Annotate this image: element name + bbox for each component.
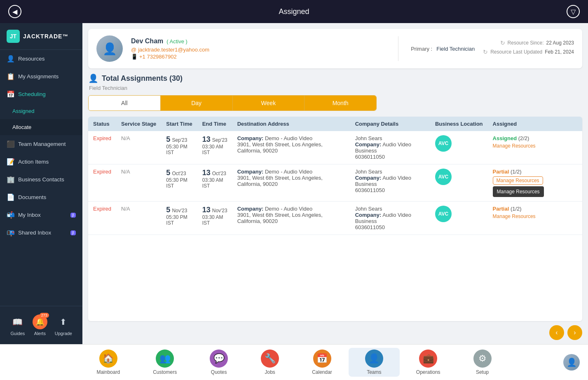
company-label: Company: [355, 141, 382, 148]
upgrade-icon: ⬆ [56, 314, 71, 329]
prev-page-button[interactable]: ‹ [549, 325, 564, 340]
nav-mainboard-label: Mainboard [96, 369, 120, 375]
end-date-big: 13 Oct'23 [202, 169, 227, 177]
nav-mainboard[interactable]: 🏠 Mainboard [80, 348, 136, 377]
sidebar-item-assigned[interactable]: Assigned [0, 103, 82, 119]
nav-teams[interactable]: 👤 Teams [349, 348, 400, 377]
company-label-row: Company: Audio Video Business [355, 141, 425, 154]
dest-company-name: Demo - Audio Video [265, 169, 312, 175]
sidebar-item-allocate[interactable]: Allocate [0, 119, 82, 135]
assigned-status-label: Partial [493, 206, 509, 212]
nav-setup[interactable]: ⚙ Setup [457, 348, 508, 377]
filter-tab-day[interactable]: Day [161, 96, 233, 110]
logo-text: JACKTRADE™ [23, 33, 68, 40]
assignments-section: 👤 Total Assignments (30) Field Technicia… [82, 68, 588, 117]
back-button[interactable]: ◀ [8, 5, 21, 18]
avatar-image: 👤 [96, 35, 123, 62]
resource-updated-row: ↻ Resource Last Updated Feb 21, 2024 [483, 49, 574, 55]
sidebar-item-label: Team Management [18, 141, 66, 147]
assignments-person-icon: 👤 [88, 73, 98, 83]
guides-icon: 📖 [10, 314, 25, 329]
company-details-cell: John Sears Company: Audio Video Business… [350, 202, 430, 235]
sidebar-item-label: Resources [18, 56, 45, 62]
company-name: John Sears [355, 169, 425, 175]
company-phone: 6036011050 [355, 187, 425, 193]
dest-company-name: Demo - Audio Video [265, 206, 312, 212]
nav-jobs-label: Jobs [265, 369, 275, 375]
sidebar-logo: JT JACKTRADE™ [0, 23, 82, 50]
sidebar-item-label: Scheduling [18, 91, 46, 97]
alerts-button[interactable]: 🔔 273 Alerts [33, 314, 47, 336]
profile-phone: 📱 +1 7329867902 [131, 54, 386, 60]
action-items-icon: 📝 [7, 158, 14, 166]
end-tz: IST [202, 220, 227, 226]
sidebar-item-documents[interactable]: 📄 Documents [0, 188, 82, 206]
nav-operations[interactable]: 💼 Operations [400, 348, 457, 377]
status-expired: Expired [93, 206, 111, 212]
company-details-cell: John Sears Company: Audio Video Business… [350, 164, 430, 202]
refresh-icon2: ↻ [483, 49, 488, 55]
back-icon: ◀ [12, 8, 17, 16]
sidebar-item-team-management[interactable]: ⬛ Team Management [0, 135, 82, 153]
nav-customers[interactable]: 👥 Customers [136, 348, 193, 377]
sidebar-item-resources[interactable]: 👤 Resources [0, 50, 82, 68]
filter-tab-month[interactable]: Month [305, 96, 376, 110]
company-phone: 6036011050 [355, 154, 425, 160]
start-time-cell: 5 Oct'23 05:30 PM IST [161, 164, 197, 202]
end-time-value: 03:30 AM [202, 144, 227, 150]
profile-divider [398, 36, 398, 61]
end-date-big: 13 Sep'23 [202, 135, 227, 144]
col-destination: Destination Address [232, 117, 350, 131]
sidebar-item-my-assignments[interactable]: 📋 My Assignments [0, 68, 82, 85]
end-day: 13 [202, 206, 211, 214]
profile-name-row: Dev Cham ( Active ) [131, 38, 386, 45]
setup-icon: ⚙ [473, 350, 492, 368]
filter-tab-week[interactable]: Week [233, 96, 305, 110]
manage-resources-outlined-button[interactable]: Manage Resources [493, 176, 543, 185]
business-location-cell: AVC [430, 202, 488, 235]
dest-address: 3901, West 6th Street, Los Angeles, Cali… [237, 212, 345, 224]
company-name: John Sears [355, 135, 425, 141]
guides-button[interactable]: 📖 Guides [10, 314, 25, 336]
scheduling-icon: 📅 [7, 90, 14, 98]
manage-resources-link[interactable]: Manage Resources [493, 213, 577, 219]
nav-setup-label: Setup [476, 369, 489, 375]
start-date-big: 5 Nov'23 [166, 206, 192, 214]
sidebar-item-action-items[interactable]: 📝 Action Items [0, 153, 82, 171]
shared-inbox-icon: 📭 [7, 229, 14, 237]
nav-calendar[interactable]: 📅 Calendar [295, 348, 349, 377]
upgrade-button[interactable]: ⬆ Upgrade [55, 314, 72, 336]
status-cell: Expired [88, 164, 116, 202]
sidebar-item-scheduling[interactable]: 📅 Scheduling [0, 85, 82, 103]
end-tz: IST [202, 150, 227, 155]
team-management-icon: ⬛ [7, 140, 14, 148]
filter-icon[interactable]: ▽ [567, 5, 580, 18]
alerts-label: Alerts [34, 331, 46, 336]
sidebar-item-my-inbox[interactable]: 📬 My Inbox β [0, 206, 82, 224]
assignments-table: Status Service Stage Start Time End Time… [88, 117, 582, 235]
nav-jobs[interactable]: 🔧 Jobs [244, 348, 295, 377]
resource-updated-value: Feb 21, 2024 [545, 49, 574, 55]
sidebar-item-label: Action Items [18, 159, 49, 165]
destination-cell: Company: Demo - Audio Video 3901, West 6… [232, 164, 350, 202]
my-inbox-beta-badge: β [70, 213, 76, 218]
next-page-button[interactable]: › [567, 325, 582, 340]
manage-resources-link[interactable]: Manage Resources [493, 143, 577, 149]
filter-tab-all[interactable]: All [89, 96, 161, 110]
status-cell: Expired [88, 131, 116, 164]
end-month: Sep'23 [212, 137, 227, 143]
end-tz: IST [202, 183, 227, 189]
service-stage-cell: N/A [116, 164, 161, 202]
profile-card: 👤 Dev Cham ( Active ) @ jacktrade.tester… [88, 29, 582, 68]
nav-quotes[interactable]: 💬 Quotes [193, 348, 244, 377]
sidebar-item-business-contacts[interactable]: 🏢 Business Contacts [0, 171, 82, 188]
sidebar-item-shared-inbox[interactable]: 📭 Shared Inbox β [0, 224, 82, 242]
nav-avatar[interactable]: 👤 [563, 354, 580, 371]
end-time-cell: 13 Oct'23 03:30 AM IST [197, 164, 232, 202]
resource-updated-label: Resource Last Updated [490, 49, 542, 55]
upgrade-label: Upgrade [55, 331, 72, 336]
start-date-big: 5 Sep'23 [166, 135, 192, 144]
assigned-status-label: Assigned [493, 135, 517, 141]
filter-tabs: All Day Week Month [88, 95, 377, 111]
status-expired: Expired [93, 135, 111, 141]
